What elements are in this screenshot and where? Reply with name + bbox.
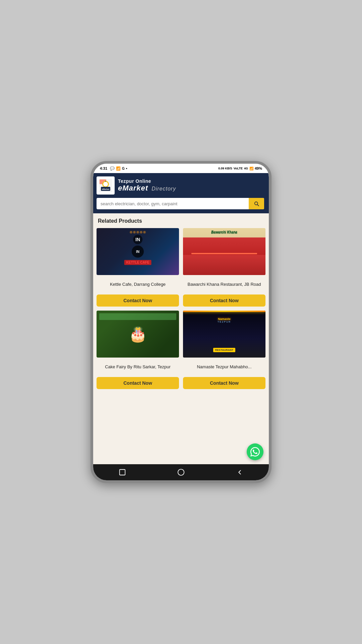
svg-point-8 [178,469,184,475]
product-image-namaste: Namaste TEZPUR RESTAURANT [183,311,265,358]
nav-home-button[interactable] [176,468,186,477]
brand-emarket: eMarket [118,184,148,192]
nav-back-button[interactable] [235,468,244,477]
bawarchi-shutter [183,237,265,275]
contact-button-cake-fairy[interactable]: Contact Now [97,377,179,389]
product-name-cake-fairy: Cake Fairy By Ritu Sarkar, Tezpur [104,360,172,374]
header-top: eMarket Tezpur Online eMarket Directory [97,176,264,195]
signal-icon: 📶 [116,166,121,171]
product-image-kettle-cafe: IN 🔆🔆🔆🔆🔆 [97,228,179,275]
4g-icon: 4G [244,167,248,170]
brand-line1: Tezpur Online [118,178,176,184]
square-icon [119,469,126,476]
search-icon [253,201,259,207]
contact-button-kettle-cafe[interactable]: Contact Now [97,294,179,307]
battery-icon: 📶 [249,167,253,170]
cake-emoji: 🎂 [129,325,147,343]
main-content: Related Products IN 🔆🔆🔆🔆🔆 Kettle Cafe, D… [93,213,269,464]
bottom-nav [93,464,269,480]
cake-bg-leaves [99,313,176,320]
kettle-logo: IN [132,246,144,258]
brand-line2: eMarket Directory [118,184,176,193]
product-grid: IN 🔆🔆🔆🔆🔆 Kettle Cafe, Darrang College Co… [97,228,265,389]
dot-icon: • [126,166,127,170]
svg-point-3 [103,182,108,186]
product-card-cake-fairy: 🎂 Cake Fairy By Ritu Sarkar, Tezpur Cont… [97,311,179,389]
search-bar[interactable] [97,198,264,209]
status-right: 0.09 KB/S VoLTE 4G 📶 49% [218,166,262,170]
bawarchi-sign: Bawarchi Khana [183,230,265,234]
app-header: eMarket Tezpur Online eMarket Directory [93,173,269,213]
svg-text:eMarket: eMarket [102,188,110,190]
contact-button-bawarchi[interactable]: Contact Now [183,294,265,307]
logo-graphic: eMarket [98,177,114,194]
search-input[interactable] [97,198,249,209]
whatsapp-icon [250,447,260,457]
battery-percent: 49% [255,166,262,170]
whatsapp-icon: 💬 [110,166,115,171]
product-image-cake-fairy: 🎂 [97,311,179,358]
status-left: 4:31 💬 📶 G • [100,166,127,171]
search-button[interactable] [249,198,264,209]
whatsapp-fab[interactable] [247,443,263,460]
product-name-namaste: Namaste Tezpur Mahabho... [195,360,253,374]
product-card-namaste: Namaste TEZPUR RESTAURANT Namaste Tezpur… [183,311,265,389]
brand-text: Tezpur Online eMarket Directory [118,178,176,193]
namaste-lights [183,311,265,312]
back-icon [236,469,243,476]
namaste-sign: Namaste TEZPUR [183,317,265,323]
product-name-bawarchi: Bawarchi Khana Restaurant, JB Road [186,278,262,291]
time: 4:31 [100,166,107,170]
section-title: Related Products [97,218,265,224]
volte-icon: VoLTE [234,167,243,170]
product-name-kettle-cafe: Kettle Cafe, Darrang College [109,278,167,291]
product-card-kettle-cafe: IN 🔆🔆🔆🔆🔆 Kettle Cafe, Darrang College Co… [97,228,179,307]
phone-frame: 4:31 💬 📶 G • 0.09 KB/S VoLTE 4G 📶 49% [90,161,272,483]
namaste-restaurant-sign: RESTAURANT [183,346,265,352]
google-icon: G [122,167,125,170]
home-circle-icon [177,469,185,476]
status-bar: 4:31 💬 📶 G • 0.09 KB/S VoLTE 4G 📶 49% [93,164,269,173]
svg-rect-7 [120,470,125,475]
nav-square-button[interactable] [118,468,127,477]
brand-directory: Directory [152,186,176,192]
bawarchi-storefront [183,237,265,275]
data-speed: 0.09 KB/S [218,167,232,170]
product-image-bawarchi: Bawarchi Khana [183,228,265,275]
app-logo: eMarket [97,176,115,195]
product-card-bawarchi: Bawarchi Khana Bawarchi Khana Restaurant… [183,228,265,307]
hanging-lights: 🔆🔆🔆🔆🔆 [97,231,179,234]
contact-button-namaste[interactable]: Contact Now [183,377,265,389]
